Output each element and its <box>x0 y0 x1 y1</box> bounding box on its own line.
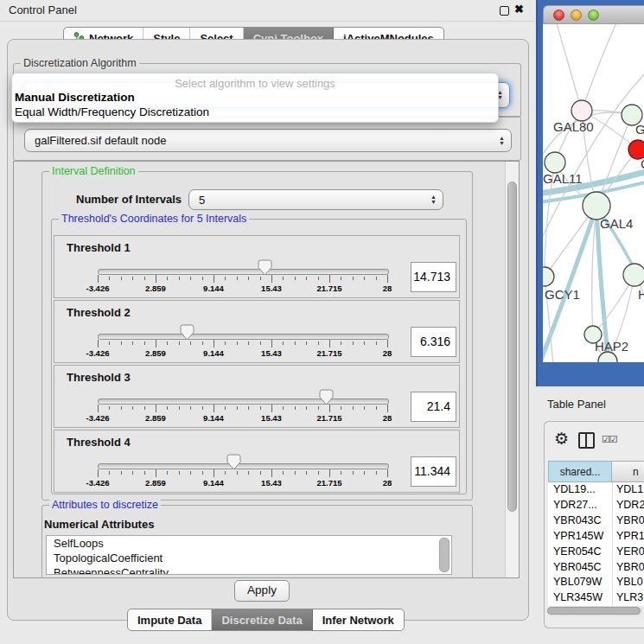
network-window-titlebar <box>543 5 644 24</box>
cell-name: YDL1 <box>616 483 643 495</box>
horizontal-scrollbar-thumb[interactable] <box>547 607 641 615</box>
network-node-label: G <box>635 122 644 137</box>
tick-label: 15.43 <box>261 413 282 423</box>
tick-label: 2.859 <box>145 348 166 358</box>
attribute-item[interactable]: TopologicalCoefficient <box>47 551 451 565</box>
number-of-intervals-label: Number of Intervals <box>76 193 182 206</box>
cell-name: YER0 <box>616 545 644 558</box>
column-header-name[interactable]: n <box>612 461 644 482</box>
cell-name: YDR2 <box>616 499 644 511</box>
threshold-value-field[interactable]: 21.4 <box>411 392 456 422</box>
float-window-icon[interactable] <box>500 6 509 16</box>
slider-thumb[interactable] <box>258 259 272 276</box>
table-data-combobox[interactable]: galFiltered.sif default node ▲▼ <box>24 129 512 152</box>
split-column-icon[interactable] <box>578 432 595 449</box>
tick-label: 21.715 <box>316 413 341 423</box>
tick-label: 21.715 <box>316 478 341 488</box>
tick-label: -3.426 <box>86 348 110 358</box>
tick-label: 9.144 <box>203 348 224 358</box>
slider-thumb[interactable] <box>319 389 334 405</box>
menu-item-equal-width-frequency[interactable]: Equal Width/Frequency Discretization <box>15 105 209 118</box>
slider-track[interactable] <box>98 334 389 340</box>
threshold-value-field[interactable]: 14.713 <box>411 262 456 292</box>
network-canvas[interactable]: GAL80GCGAL11GAL4GCY1HHAP2 <box>543 24 644 362</box>
control-panel-header: Control Panel ✖ <box>0 0 534 22</box>
column-header-shared-name[interactable]: shared... <box>548 461 612 482</box>
table-row[interactable]: YER054CYER0 <box>548 545 644 560</box>
interval-definition-title: Interval Definition <box>49 165 138 178</box>
cell-shared-name: YDR27... <box>553 499 597 511</box>
close-icon[interactable]: ✖ <box>514 3 524 16</box>
bottom-tab-label: Impute Data <box>137 614 201 627</box>
table-row[interactable]: YBR045CYBR0 <box>548 560 644 576</box>
attribute-item[interactable]: BetweennessCentrality <box>47 565 451 575</box>
tick-label: 15.43 <box>261 478 282 488</box>
number-of-intervals-value: 5 <box>199 194 205 207</box>
slider-thumb[interactable] <box>180 324 194 341</box>
slider-ticks <box>98 340 387 348</box>
cell-shared-name: YPR145W <box>553 530 603 542</box>
cell-name: YBL0 <box>616 576 643 588</box>
cell-shared-name: YBR045C <box>553 561 602 573</box>
apply-button[interactable]: Apply <box>234 580 290 602</box>
numerical-attributes-list[interactable]: SelfLoopsTopologicalCoefficientBetweenne… <box>46 535 452 575</box>
network-node-gal11[interactable] <box>545 152 565 173</box>
tick-label: 21.715 <box>316 284 341 293</box>
tick-label: 28 <box>383 284 392 293</box>
slider-track[interactable] <box>98 463 389 469</box>
slider-ticks <box>98 275 387 284</box>
menu-item-manual-discretization[interactable]: Manual Discretization <box>15 91 135 104</box>
gear-icon[interactable]: ⚙ <box>554 429 569 449</box>
checkboxes-icon[interactable]: ☑☑ <box>602 434 617 445</box>
network-node-label: GCY1 <box>545 287 580 302</box>
attributes-group-title: Attributes to discretize <box>49 499 161 512</box>
table-panel: ⚙ ☑☑ shared... n YDL19...YDL1YDR27...YDR… <box>544 421 644 628</box>
minimize-traffic-light-icon[interactable] <box>571 10 582 21</box>
network-edge[interactable] <box>555 24 582 111</box>
network-node-gal80[interactable] <box>571 100 592 121</box>
bottom-tab-infer-network[interactable]: Infer Network <box>313 609 404 630</box>
threshold-row-3: Threshold 3-3.4262.8599.14415.4321.71528… <box>54 365 460 428</box>
network-edge[interactable] <box>582 24 619 111</box>
slider-ticks <box>98 469 387 478</box>
list-scrollbar[interactable] <box>439 538 450 572</box>
table-row[interactable]: YLR345WYLR3 <box>548 590 644 606</box>
tick-label: 21.715 <box>316 348 341 358</box>
slider-thumb[interactable] <box>226 454 241 470</box>
slider-track[interactable] <box>98 269 389 275</box>
network-node-gcy1[interactable] <box>543 267 554 286</box>
network-node-label: C <box>641 156 644 171</box>
close-traffic-light-icon[interactable] <box>553 10 564 21</box>
thresholds-group: Threshold's Coordinates for 5 Intervals … <box>51 219 467 494</box>
threshold-value-field[interactable]: 11.344 <box>411 456 456 487</box>
table-body[interactable]: YDL19...YDL1YDR27...YDR2YBR043CYBR0YPR14… <box>548 482 644 606</box>
bottom-tab-impute-data[interactable]: Impute Data <box>128 609 212 630</box>
bottom-tab-bar: Impute DataDiscretize DataInfer Network <box>127 609 405 631</box>
network-node-h[interactable] <box>623 264 644 286</box>
attribute-item[interactable]: SelfLoops <box>47 536 451 551</box>
network-node-label: HAP2 <box>595 339 628 354</box>
table-row[interactable]: YDR27...YDR2 <box>548 498 644 513</box>
interval-definition-group: Interval Definition Number of Intervals … <box>41 171 473 501</box>
table-row[interactable]: YPR145WYPR1 <box>548 529 644 545</box>
tick-label: 28 <box>383 348 392 358</box>
cyni-toolbox-panel: Discretization Algorithm ▲▼ Table Data g… <box>7 39 529 621</box>
table-row[interactable]: YBR043CYBR0 <box>548 513 644 529</box>
number-of-intervals-combobox[interactable]: 5 ▲▼ <box>188 189 443 210</box>
cell-shared-name: YLR345W <box>553 591 603 603</box>
table-data-value: galFiltered.sif default node <box>35 134 166 147</box>
threshold-value-field[interactable]: 6.316 <box>411 327 456 357</box>
vertical-scrollbar-thumb[interactable] <box>507 182 517 512</box>
tick-label: 2.859 <box>145 284 166 293</box>
bottom-tab-discretize-data[interactable]: Discretize Data <box>212 609 312 630</box>
cell-shared-name: YDL19... <box>553 483 596 495</box>
zoom-traffic-light-icon[interactable] <box>588 10 599 21</box>
table-row[interactable]: YBL079WYBL0 <box>548 575 644 590</box>
tick-label: 15.43 <box>261 284 282 293</box>
vertical-scrollbar-track[interactable] <box>505 162 519 577</box>
horizontal-scrollbar-track[interactable] <box>546 606 643 616</box>
slider-track[interactable] <box>98 399 389 405</box>
tick-label: -3.426 <box>86 284 110 293</box>
table-row[interactable]: YDL19...YDL1 <box>548 482 644 498</box>
tick-label: 9.144 <box>203 413 224 423</box>
